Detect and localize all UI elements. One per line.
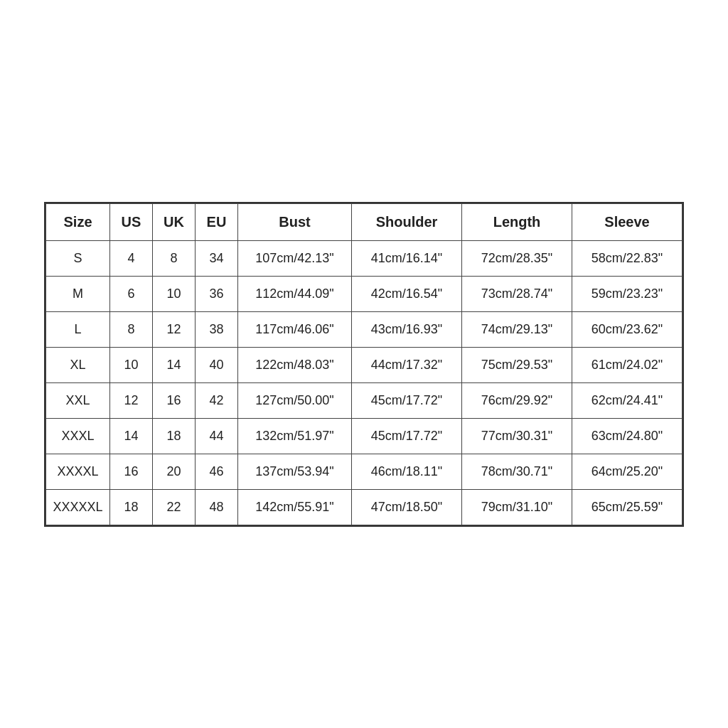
cell-uk-row-3: 14 [153,347,196,382]
header-bust: Bust [238,203,352,240]
cell-bust-row-0: 107cm/42.13" [238,240,352,276]
cell-uk-row-0: 8 [153,240,196,276]
cell-eu-row-1: 36 [196,276,238,311]
cell-eu-row-0: 34 [196,240,238,276]
cell-sleeve-row-5: 63cm/24.80" [572,418,682,454]
cell-us-row-2: 8 [110,311,153,347]
cell-size-row-0: S [46,240,110,276]
cell-sleeve-row-6: 64cm/25.20" [572,454,682,489]
cell-uk-row-6: 20 [153,454,196,489]
cell-shoulder-row-4: 45cm/17.72" [352,382,462,418]
cell-size-row-3: XL [46,347,110,382]
cell-length-row-1: 73cm/28.74" [462,276,572,311]
cell-shoulder-row-2: 43cm/16.93" [352,311,462,347]
cell-eu-row-4: 42 [196,382,238,418]
cell-eu-row-5: 44 [196,418,238,454]
cell-uk-row-5: 18 [153,418,196,454]
cell-uk-row-2: 12 [153,311,196,347]
cell-bust-row-1: 112cm/44.09" [238,276,352,311]
cell-sleeve-row-4: 62cm/24.41" [572,382,682,418]
cell-sleeve-row-7: 65cm/25.59" [572,489,682,525]
cell-sleeve-row-3: 61cm/24.02" [572,347,682,382]
table-row: XXXL141844132cm/51.97"45cm/17.72"77cm/30… [46,418,682,454]
cell-sleeve-row-1: 59cm/23.23" [572,276,682,311]
cell-bust-row-6: 137cm/53.94" [238,454,352,489]
cell-length-row-2: 74cm/29.13" [462,311,572,347]
header-us: US [110,203,153,240]
header-size: Size [46,203,110,240]
cell-size-row-7: XXXXXL [46,489,110,525]
cell-size-row-6: XXXXL [46,454,110,489]
cell-uk-row-4: 16 [153,382,196,418]
cell-us-row-6: 16 [110,454,153,489]
cell-us-row-5: 14 [110,418,153,454]
cell-length-row-7: 79cm/31.10" [462,489,572,525]
cell-bust-row-3: 122cm/48.03" [238,347,352,382]
cell-shoulder-row-7: 47cm/18.50" [352,489,462,525]
cell-us-row-1: 6 [110,276,153,311]
cell-size-row-2: L [46,311,110,347]
cell-bust-row-5: 132cm/51.97" [238,418,352,454]
table-row: XXXXXL182248142cm/55.91"47cm/18.50"79cm/… [46,489,682,525]
cell-eu-row-6: 46 [196,454,238,489]
table-row: M61036112cm/44.09"42cm/16.54"73cm/28.74"… [46,276,682,311]
cell-us-row-3: 10 [110,347,153,382]
table-header-row: Size US UK EU Bust Shoulder Length Sleev… [46,203,682,240]
header-shoulder: Shoulder [352,203,462,240]
cell-shoulder-row-5: 45cm/17.72" [352,418,462,454]
cell-length-row-3: 75cm/29.53" [462,347,572,382]
cell-size-row-5: XXXL [46,418,110,454]
cell-length-row-4: 76cm/29.92" [462,382,572,418]
table-row: XXXXL162046137cm/53.94"46cm/18.11"78cm/3… [46,454,682,489]
table-row: S4834107cm/42.13"41cm/16.14"72cm/28.35"5… [46,240,682,276]
cell-bust-row-7: 142cm/55.91" [238,489,352,525]
cell-length-row-6: 78cm/30.71" [462,454,572,489]
table-row: XXL121642127cm/50.00"45cm/17.72"76cm/29.… [46,382,682,418]
table-row: L81238117cm/46.06"43cm/16.93"74cm/29.13"… [46,311,682,347]
cell-eu-row-7: 48 [196,489,238,525]
cell-shoulder-row-0: 41cm/16.14" [352,240,462,276]
cell-eu-row-3: 40 [196,347,238,382]
cell-bust-row-2: 117cm/46.06" [238,311,352,347]
cell-length-row-0: 72cm/28.35" [462,240,572,276]
cell-us-row-7: 18 [110,489,153,525]
table-row: XL101440122cm/48.03"44cm/17.32"75cm/29.5… [46,347,682,382]
cell-eu-row-2: 38 [196,311,238,347]
cell-bust-row-4: 127cm/50.00" [238,382,352,418]
cell-sleeve-row-2: 60cm/23.62" [572,311,682,347]
header-eu: EU [196,203,238,240]
cell-length-row-5: 77cm/30.31" [462,418,572,454]
cell-shoulder-row-1: 42cm/16.54" [352,276,462,311]
cell-sleeve-row-0: 58cm/22.83" [572,240,682,276]
header-length: Length [462,203,572,240]
header-uk: UK [153,203,196,240]
header-sleeve: Sleeve [572,203,682,240]
cell-us-row-0: 4 [110,240,153,276]
cell-us-row-4: 12 [110,382,153,418]
size-chart-table: Size US UK EU Bust Shoulder Length Sleev… [46,203,682,525]
cell-size-row-4: XXL [46,382,110,418]
cell-shoulder-row-6: 46cm/18.11" [352,454,462,489]
cell-uk-row-7: 22 [153,489,196,525]
size-chart-container: Size US UK EU Bust Shoulder Length Sleev… [44,202,684,527]
cell-size-row-1: M [46,276,110,311]
cell-shoulder-row-3: 44cm/17.32" [352,347,462,382]
cell-uk-row-1: 10 [153,276,196,311]
